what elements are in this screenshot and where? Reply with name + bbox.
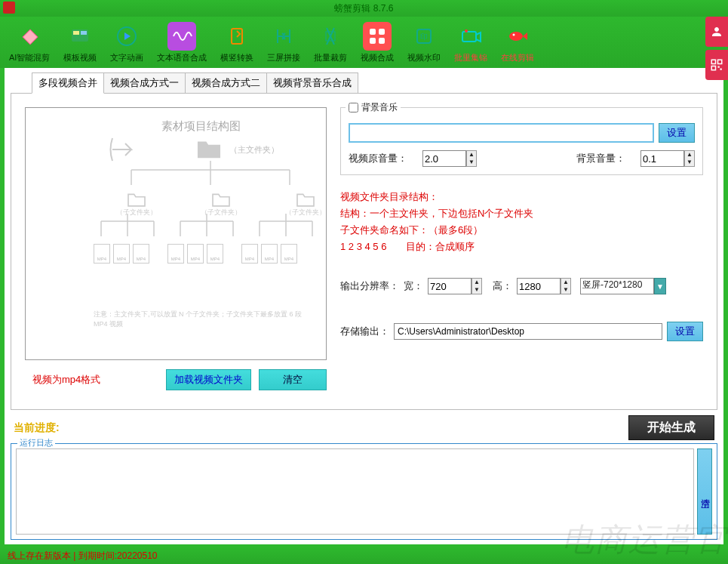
width-spinner[interactable]: ▲▼	[472, 278, 482, 294]
svg-point-21	[513, 33, 515, 35]
orig-vol-input[interactable]	[422, 150, 466, 167]
format-note: 视频为mp4格式	[32, 373, 100, 387]
height-label: 高：	[493, 279, 512, 293]
chevron-down-icon[interactable]: ▼	[654, 278, 666, 294]
svg-rect-3	[718, 66, 720, 68]
file-icon: MP4	[261, 244, 278, 264]
log-textarea[interactable]	[16, 448, 694, 535]
svg-rect-12	[370, 29, 376, 35]
svg-point-20	[509, 32, 523, 41]
diagram-note: 注意：主文件夹下,可以放置 N 个子文件夹；子文件夹下最多放置 6 段 MP4 …	[94, 310, 302, 329]
toolbar-label: 横竖转换	[220, 52, 253, 63]
resolution-preset-select[interactable]: 竖屏-720*1280	[580, 278, 654, 294]
side-widget-user-icon[interactable]	[705, 17, 728, 47]
orig-vol-label: 视频原音量：	[349, 152, 407, 165]
bg-vol-spinner[interactable]: ▲▼	[684, 150, 695, 167]
orig-vol-spinner[interactable]: ▲▼	[466, 150, 477, 167]
tab-1[interactable]: 视频合成方式一	[103, 72, 186, 94]
toolbar-item-1[interactable]: 模板视频	[60, 20, 100, 65]
app-logo-icon	[3, 2, 15, 14]
toolbar-item-2[interactable]: 文字动画	[107, 20, 146, 65]
log-title: 运行日志	[17, 437, 55, 448]
connector-lines-2-icon	[94, 214, 335, 248]
toolbar-label: AI智能混剪	[9, 52, 50, 63]
file-icon: MP4	[241, 244, 258, 264]
clear-button[interactable]: 清空	[259, 369, 327, 390]
resolution-label: 输出分辨率：	[340, 279, 399, 293]
toolbar-label: 视频水印	[407, 52, 441, 63]
main-folder-label: （主文件夹）	[229, 144, 279, 156]
side-widget-qr-icon[interactable]	[705, 50, 728, 80]
grid-icon	[363, 22, 392, 51]
width-label: 宽：	[404, 279, 423, 293]
svg-rect-0	[711, 60, 715, 63]
folder-structure-diagram: 素材项目结构图 （主文件夹） （子文件夹） （子文件夹） （子文件夹）	[25, 107, 327, 360]
toolbar-item-10[interactable]: 在线剪辑	[498, 20, 537, 65]
play-icon	[112, 22, 141, 51]
bgm-path-input[interactable]	[349, 123, 654, 143]
toolbar-label: 在线剪辑	[501, 52, 534, 63]
toolbar-item-6[interactable]: 批量裁剪	[311, 20, 350, 65]
toolbar-item-3[interactable]: 文本语音合成	[154, 20, 210, 65]
diagram-title: 素材项目结构图	[161, 119, 241, 134]
arrow-icon	[109, 134, 139, 165]
bgm-checkbox[interactable]	[349, 103, 358, 112]
rhombus-icon	[15, 22, 44, 51]
toolbar-label: 文字动画	[110, 52, 143, 63]
main-folder-icon	[195, 138, 223, 159]
tab-bar: 多段视频合并视频合成方式一视频合成方式二视频背景音乐合成	[32, 72, 723, 94]
title-bar: 螃蟹剪辑 8.7.6	[0, 0, 728, 17]
toolbar-item-7[interactable]: 视频合成	[358, 20, 397, 65]
window-title: 螃蟹剪辑 8.7.6	[334, 2, 393, 15]
toolbar-label: 文本语音合成	[157, 52, 207, 63]
toolbar-item-0[interactable]: AI智能混剪	[6, 20, 53, 65]
fish-icon	[503, 22, 532, 51]
toolbar-item-5[interactable]: 三屏拼接	[264, 20, 303, 65]
file-icon: MP4	[94, 244, 110, 264]
toolbar-label: 批里集锦	[454, 52, 487, 63]
output-label: 存储输出：	[340, 325, 389, 338]
log-clear-button[interactable]: 清空	[697, 448, 712, 535]
svg-rect-14	[370, 38, 376, 44]
height-spinner[interactable]: ▲▼	[561, 278, 571, 294]
toolbar-item-9[interactable]: 批里集锦	[451, 20, 490, 65]
tab-0[interactable]: 多段视频合并	[32, 72, 104, 94]
log-group: 运行日志 清空	[11, 443, 717, 540]
bgm-set-button[interactable]: 设置	[659, 123, 695, 143]
load-folder-button[interactable]: 加载视频文件夹	[166, 369, 251, 390]
left-column: 素材项目结构图 （主文件夹） （子文件夹） （子文件夹） （子文件夹）	[25, 107, 327, 396]
side-widgets	[705, 17, 728, 80]
bgm-checkbox-label: 背景音乐	[361, 101, 398, 114]
file-row: MP4MP4MP4MP4MP4MP4MP4MP4MP4	[94, 244, 297, 264]
svg-point-19	[465, 29, 468, 32]
svg-rect-4	[720, 69, 722, 70]
file-icon: MP4	[113, 244, 130, 264]
toolbar-item-8[interactable]: 印视频水印	[404, 20, 444, 65]
rotate-icon	[223, 22, 251, 51]
svg-rect-18	[462, 32, 476, 42]
bg-vol-label: 背景音量：	[576, 152, 625, 165]
start-button[interactable]: 开始生成	[628, 415, 714, 440]
file-icon: MP4	[187, 244, 204, 264]
width-input[interactable]	[428, 278, 472, 294]
template-icon	[66, 22, 94, 51]
tab-2[interactable]: 视频合成方式二	[185, 72, 267, 94]
toolbar-label: 视频合成	[361, 52, 394, 63]
svg-rect-13	[379, 29, 385, 35]
toolbar-label: 批量裁剪	[314, 52, 347, 63]
toolbar-item-4[interactable]: 横竖转换	[217, 20, 256, 65]
crop-icon	[316, 22, 345, 51]
output-path-input[interactable]	[394, 323, 662, 340]
svg-rect-2	[711, 66, 715, 70]
stamp-icon: 印	[410, 22, 438, 51]
tab-3[interactable]: 视频背景音乐合成	[266, 72, 358, 94]
bg-vol-input[interactable]	[640, 150, 684, 167]
wave-icon	[167, 22, 196, 51]
height-input[interactable]	[517, 278, 561, 294]
svg-rect-1	[718, 60, 722, 63]
svg-rect-5	[23, 29, 38, 45]
output-set-button[interactable]: 设置	[667, 322, 703, 341]
camera-icon	[456, 22, 485, 51]
svg-rect-7	[73, 31, 79, 35]
file-icon: MP4	[281, 244, 297, 264]
